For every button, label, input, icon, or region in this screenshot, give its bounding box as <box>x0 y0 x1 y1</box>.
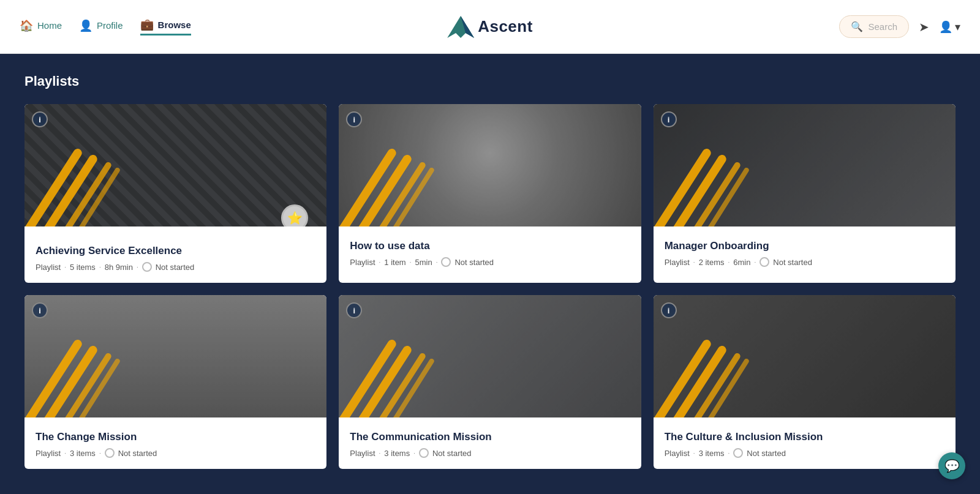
award-circle: ⭐ <box>281 204 308 226</box>
card-items: 1 item <box>384 258 405 267</box>
card-status: Not started <box>454 258 494 267</box>
card-image: i <box>24 295 326 417</box>
profile-label: Profile <box>97 20 123 31</box>
card-type: Playlist <box>36 263 61 272</box>
card-type: Playlist <box>36 449 61 458</box>
card-thumbnail <box>339 295 641 417</box>
card-title: The Change Mission <box>36 431 315 443</box>
card-body: The Culture & Inclusion Mission Playlist… <box>654 417 956 469</box>
info-badge: i <box>661 302 677 318</box>
nav-home[interactable]: 🏠 Home <box>20 19 62 35</box>
card-thumbnail <box>654 295 956 417</box>
card-thumbnail <box>24 295 326 417</box>
user-menu[interactable]: 👤 ▾ <box>939 20 960 34</box>
card-status: Not started <box>118 449 157 458</box>
status-circle <box>441 257 451 267</box>
status-circle <box>105 448 115 458</box>
logo-area: Ascent <box>447 16 533 38</box>
card-meta: Playlist · 3 items · Not started <box>665 448 944 458</box>
chat-widget[interactable]: 💬 <box>938 452 965 479</box>
card-meta: Playlist · 5 items · 8h 9min · Not start… <box>36 262 315 272</box>
main-content: Playlists i ⭐ Achieving Service Excellen… <box>0 54 980 493</box>
playlist-card[interactable]: i The Culture & Inclusion Mission Playli… <box>654 295 956 469</box>
card-image: i <box>339 104 641 226</box>
card-duration: 8h 9min <box>105 263 133 272</box>
nav-left: 🏠 Home 👤 Profile 💼 Browse <box>20 18 191 36</box>
info-badge: i <box>661 111 677 127</box>
info-badge: i <box>32 111 48 127</box>
playlist-grid: i ⭐ Achieving Service Excellence Playlis… <box>24 104 956 469</box>
card-meta: Playlist · 3 items · Not started <box>350 448 630 458</box>
home-label: Home <box>37 20 62 31</box>
user-icon: 👤 <box>939 20 952 34</box>
share-icon[interactable]: ➤ <box>919 20 929 34</box>
card-body: The Communication Mission Playlist · 3 i… <box>339 417 641 469</box>
info-badge: i <box>32 302 48 318</box>
playlist-card[interactable]: i ⭐ Achieving Service Excellence Playlis… <box>24 104 326 283</box>
card-type: Playlist <box>665 449 690 458</box>
status-circle <box>760 257 769 267</box>
card-duration: 6min <box>733 258 750 267</box>
card-image: i <box>654 295 956 417</box>
card-status: Not started <box>156 263 195 272</box>
playlist-card[interactable]: i The Change Mission Playlist · 3 items … <box>24 295 326 469</box>
logo-icon <box>447 16 474 38</box>
card-items: 3 items <box>384 449 410 458</box>
logo-text: Ascent <box>478 17 533 36</box>
award-badge: ⭐ <box>281 204 314 226</box>
card-title: The Communication Mission <box>350 431 630 443</box>
search-label: Search <box>868 21 897 32</box>
card-body: The Change Mission Playlist · 3 items · … <box>24 417 326 469</box>
status-circle <box>419 448 429 458</box>
card-title: Manager Onboarding <box>665 240 944 252</box>
search-icon: 🔍 <box>851 21 863 32</box>
home-icon: 🏠 <box>20 19 33 32</box>
card-thumbnail <box>654 104 956 226</box>
card-meta: Playlist · 1 item · 5min · Not started <box>350 257 630 267</box>
nav-profile[interactable]: 👤 Profile <box>79 19 123 35</box>
card-title: The Culture & Inclusion Mission <box>665 431 944 443</box>
dropdown-arrow-icon: ▾ <box>955 20 960 34</box>
card-items: 2 items <box>699 258 725 267</box>
card-body: How to use data Playlist · 1 item · 5min… <box>339 226 641 278</box>
card-title: How to use data <box>350 240 630 252</box>
playlist-card[interactable]: i How to use data Playlist · 1 item · 5m… <box>339 104 641 283</box>
card-items: 5 items <box>70 263 96 272</box>
card-status: Not started <box>432 449 472 458</box>
card-status: Not started <box>747 449 786 458</box>
card-items: 3 items <box>699 449 725 458</box>
nav-browse[interactable]: 💼 Browse <box>140 18 191 36</box>
profile-icon: 👤 <box>79 19 92 32</box>
card-items: 3 items <box>70 449 96 458</box>
card-thumbnail <box>339 104 641 226</box>
status-circle <box>733 448 743 458</box>
browse-label: Browse <box>158 20 191 30</box>
card-image: i <box>654 104 956 226</box>
section-title: Playlists <box>24 73 956 89</box>
nav-right: 🔍 Search ➤ 👤 ▾ <box>839 15 960 38</box>
navbar: 🏠 Home 👤 Profile 💼 Browse Ascent 🔍 Searc… <box>0 0 980 54</box>
browse-icon: 💼 <box>140 18 154 31</box>
card-image: i ⭐ <box>24 104 326 226</box>
card-body: Achieving Service Excellence Playlist · … <box>24 226 326 283</box>
card-title: Achieving Service Excellence <box>36 245 315 257</box>
card-type: Playlist <box>350 258 375 267</box>
card-image: i <box>339 295 641 417</box>
card-type: Playlist <box>350 449 375 458</box>
card-status: Not started <box>773 258 812 267</box>
card-body: Manager Onboarding Playlist · 2 items · … <box>654 226 956 278</box>
status-circle <box>142 262 152 272</box>
card-duration: 5min <box>415 258 432 267</box>
search-box[interactable]: 🔍 Search <box>839 15 909 38</box>
card-type: Playlist <box>665 258 690 267</box>
playlist-card[interactable]: i Manager Onboarding Playlist · 2 items … <box>654 104 956 283</box>
card-meta: Playlist · 3 items · Not started <box>36 448 315 458</box>
card-meta: Playlist · 2 items · 6min · Not started <box>665 257 944 267</box>
playlist-card[interactable]: i The Communication Mission Playlist · 3… <box>339 295 641 469</box>
